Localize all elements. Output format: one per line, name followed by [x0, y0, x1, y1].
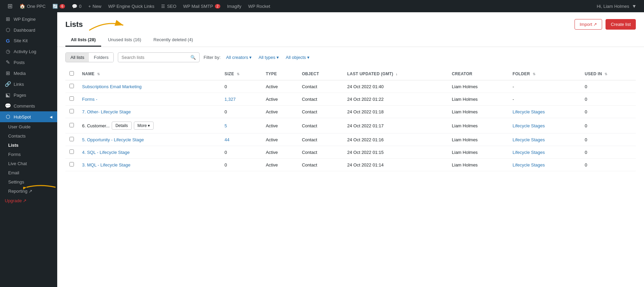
col-used-in[interactable]: USED IN ⇅ [581, 68, 636, 80]
row-size[interactable]: 44 [220, 133, 262, 146]
row-folder[interactable]: Lifecycle Stages [508, 159, 581, 171]
search-box[interactable]: 🔍 [118, 52, 200, 62]
row-name-link[interactable]: 6. Customer... [82, 123, 110, 128]
import-button[interactable]: Import ↗ [575, 19, 602, 30]
col-size[interactable]: SIZE ⇅ [220, 68, 262, 80]
row-folder[interactable]: Lifecycle Stages [508, 146, 581, 159]
wp-engine-item[interactable]: WP Engine Quick Links [105, 0, 158, 12]
table-row: 3. MQL - Lifecycle Stage0ActiveContact24… [65, 159, 636, 171]
row-name[interactable]: 3. MQL - Lifecycle Stage [78, 159, 220, 171]
row-last-updated: 24 Oct 2022 01:16 [343, 133, 447, 146]
row-object: Contact [298, 93, 343, 106]
row-name[interactable]: 7. Other- Lifecycle Stage [78, 106, 220, 118]
select-all-checkbox[interactable] [69, 71, 74, 76]
details-button[interactable]: Details [112, 122, 132, 130]
col-name[interactable]: NAME ⇅ [78, 68, 220, 80]
tab-recently-deleted[interactable]: Recently deleted (4) [148, 34, 199, 47]
row-object: Contact [298, 146, 343, 159]
row-name[interactable]: Forms - [78, 93, 220, 106]
row-used-in: 0 [581, 80, 636, 93]
sidebar-item-dashboard[interactable]: ⬡ Dashboard [0, 25, 57, 35]
seo-item[interactable]: ☰ SEO [158, 0, 179, 12]
row-object: Contact [298, 159, 343, 171]
filter-types[interactable]: All types ▾ [257, 55, 280, 60]
row-name[interactable]: 4. SQL - Lifecycle Stage [78, 146, 220, 159]
row-creator: Liam Holmes [448, 106, 508, 118]
row-checkbox[interactable] [69, 149, 74, 154]
row-checkbox[interactable] [69, 84, 74, 88]
sidebar-item-pages[interactable]: ⬕ Pages [0, 90, 57, 100]
sidebar-item-wp-engine[interactable]: ⊞ WP Engine [0, 14, 57, 25]
row-folder[interactable]: Lifecycle Stages [508, 133, 581, 146]
sidebar-item-email[interactable]: Email [0, 168, 57, 177]
sidebar-item-upgrade[interactable]: Upgrade ↗ [0, 196, 57, 206]
sidebar-item-media[interactable]: ⊞ Media [0, 68, 57, 79]
search-input[interactable] [122, 55, 188, 60]
row-checkbox-cell [65, 146, 78, 159]
sidebar-item-comments[interactable]: 💬 Comments [0, 100, 57, 111]
sidebar-item-hubspot[interactable]: ⬡ HubSpot ◀ [0, 111, 57, 122]
row-checkbox-cell [65, 133, 78, 146]
filter-creators[interactable]: All creators ▾ [225, 55, 253, 60]
sidebar-item-reporting[interactable]: Reporting ↗ [0, 187, 57, 196]
row-checkbox[interactable] [69, 123, 74, 127]
table-header-row: NAME ⇅ SIZE ⇅ TYPE OBJECT LAST UPDATED (… [65, 68, 636, 80]
view-toggle: All lists Folders [65, 52, 114, 62]
comments-icon: 💬 [5, 103, 11, 109]
sidebar-item-activity-log[interactable]: ◷ Activity Log [0, 46, 57, 57]
row-checkbox-cell [65, 80, 78, 93]
more-button[interactable]: More ▾ [134, 122, 154, 130]
search-icon: 🔍 [190, 55, 196, 60]
activity-log-icon: ◷ [5, 48, 11, 54]
sidebar-item-settings[interactable]: Settings [0, 177, 57, 187]
row-folder[interactable]: Lifecycle Stages [508, 118, 581, 133]
filter-label: Filter by: [204, 55, 221, 60]
sidebar-item-live-chat[interactable]: Live Chat [0, 159, 57, 168]
sidebar-item-lists[interactable]: Lists [0, 141, 57, 150]
tab-unused-lists[interactable]: Unused lists (16) [103, 34, 147, 47]
sidebar-item-contacts[interactable]: Contacts [0, 131, 57, 141]
wp-rocket-item[interactable]: WP Rocket [245, 0, 274, 12]
row-size[interactable]: 1,327 [220, 93, 262, 106]
site-name[interactable]: 🏠 One PPC [16, 0, 49, 12]
sidebar-item-site-kit[interactable]: G Site Kit [0, 35, 57, 46]
row-size[interactable]: 5 [220, 118, 262, 133]
row-checkbox[interactable] [69, 137, 74, 141]
col-folder[interactable]: FOLDER ⇅ [508, 68, 581, 80]
sidebar-item-posts[interactable]: ✎ Posts [0, 57, 57, 68]
row-checkbox-cell [65, 159, 78, 171]
page-header-top: Lists Import ↗ Create list [65, 19, 636, 30]
row-name[interactable]: 5. Opportunity - Lifecycle Stage [78, 133, 220, 146]
row-checkbox[interactable] [69, 162, 74, 166]
new-item[interactable]: + New [85, 0, 105, 12]
row-used-in: 0 [581, 118, 636, 133]
media-icon: ⊞ [5, 70, 11, 76]
filter-objects[interactable]: All objects ▾ [284, 55, 311, 60]
col-last-updated[interactable]: LAST UPDATED (GMT) ↓ [343, 68, 447, 80]
tabs: All lists (28) Unused lists (16) Recentl… [65, 34, 636, 47]
site-kit-icon: G [5, 38, 11, 44]
folders-btn[interactable]: Folders [89, 53, 113, 62]
row-checkbox[interactable] [69, 109, 74, 113]
row-checkbox[interactable] [69, 96, 74, 101]
wp-mail-item[interactable]: WP Mail SMTP 2 [180, 0, 224, 12]
row-name[interactable]: Subscriptions Email Marketing [78, 80, 220, 93]
tab-all-lists[interactable]: All lists (28) [65, 34, 101, 47]
sidebar-item-links[interactable]: 🔗 Links [0, 79, 57, 90]
updates-item[interactable]: 🔄 6 [49, 0, 68, 12]
table-row: Subscriptions Email Marketing0ActiveCont… [65, 80, 636, 93]
all-lists-btn[interactable]: All lists [66, 53, 89, 62]
imagify-item[interactable]: Imagify [224, 0, 245, 12]
comments-item[interactable]: 💬 0 [68, 0, 85, 12]
wp-logo[interactable]: ⊞ [4, 0, 16, 12]
wp-engine-icon: ⊞ [5, 16, 11, 22]
page-header-actions: Import ↗ Create list [575, 19, 636, 30]
row-creator: Liam Holmes [448, 118, 508, 133]
create-list-button[interactable]: Create list [606, 19, 636, 30]
sidebar-item-user-guide[interactable]: User Guide [0, 122, 57, 131]
row-folder[interactable]: Lifecycle Stages [508, 106, 581, 118]
row-used-in: 0 [581, 146, 636, 159]
row-object: Contact [298, 106, 343, 118]
sidebar-item-forms[interactable]: Forms [0, 150, 57, 159]
sidebar: ⊞ WP Engine ⬡ Dashboard G Site Kit ◷ Act… [0, 12, 57, 287]
